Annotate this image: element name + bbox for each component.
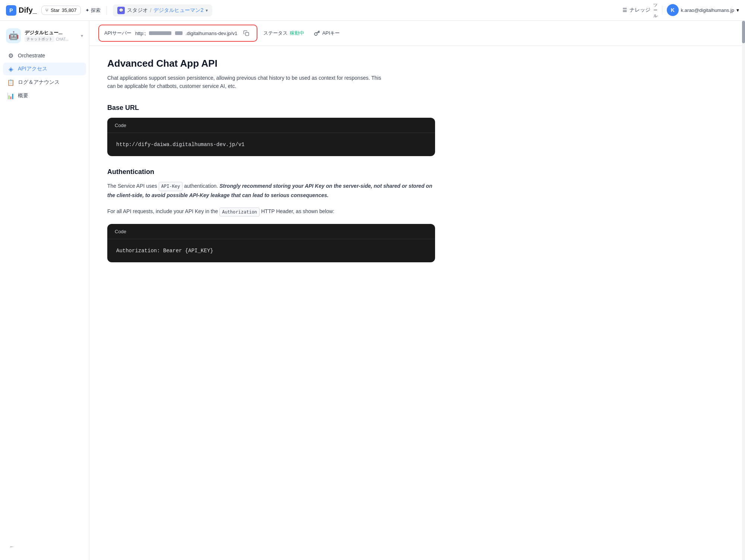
auth-desc-part2: authentication. [184,183,219,189]
sidebar: 🤖 デジタルヒュー... チャットボット CHAT... ▾ ⚙ Orchest… [0,21,89,560]
base-url-section-title: Base URL [107,104,727,112]
sidebar-chevron-icon: ▾ [81,33,83,38]
app-type-badge: チャットボット [25,36,54,42]
authorization-badge: Authorization [219,208,260,216]
api-server-url-prefix: http:; [135,31,146,36]
api-server-url: http:; .digitalhumans-dev.jp/v1 [135,31,237,36]
base-url-code-block: Code http://dify-daiwa.digitalhumans-dev… [107,118,435,156]
scroll-thumb[interactable] [742,21,745,43]
github-star-button[interactable]: ⑂ Star 35,807 [41,6,81,15]
api-server-box: APIサーバー http:; .digitalhumans-dev.jp/v1 [98,25,257,42]
auth-desc-part1: The Service API uses [107,183,159,189]
api-key-label: APIキー [322,30,340,37]
auth-description-2: For all API requests, include your API K… [107,207,435,216]
sidebar-navigation: ⚙ Orchestrate ◈ APIアクセス 📋 ログ＆アナウンス 📊 概要 [0,48,89,104]
knowledge-icon: ☰ [622,7,627,13]
api-key-badge: API-Key [159,182,183,191]
sidebar-item-orchestrate[interactable]: ⚙ Orchestrate [3,49,86,62]
api-server-url-suffix: .digitalhumans-dev.jp/v1 [186,31,237,36]
explore-icon: ✦ [85,7,89,13]
top-navigation: P Dify_ ⑂ Star 35,807 ✦ 探索 💬 スタジオ / デジタル… [0,0,745,21]
nav-divider-right [662,6,662,15]
main-layout: 🤖 デジタルヒュー... チャットボット CHAT... ▾ ⚙ Orchest… [0,21,745,560]
base-url-code: http://dify-daiwa.digitalhumans-dev.jp/v… [116,142,244,148]
sidebar-app-header[interactable]: 🤖 デジタルヒュー... チャットボット CHAT... ▾ [0,25,89,48]
auth-code-block: Code Authorization: Bearer {API_KEY} [107,224,435,262]
auth-desc2-part1: For all API requests, include your API K… [107,208,219,214]
tools-label3: ル [653,13,657,18]
app-logo[interactable]: P Dify_ [6,5,37,16]
chevron-down-icon: ▾ [206,8,208,13]
sidebar-item-overview[interactable]: 📊 概要 [3,89,86,102]
code-block-body-auth: Authorization: Bearer {API_KEY} [107,239,435,262]
tools-label2: ー [653,7,657,13]
auth-desc2-part2: HTTP Header, as shown below: [261,208,335,214]
page-title: Advanced Chat App API [107,58,727,69]
tools-link[interactable]: ツ ー ル [653,2,657,18]
overview-icon: 📊 [7,92,14,99]
knowledge-label: ナレッジ [630,7,650,13]
api-server-redacted-1 [149,31,171,35]
studio-label: スタジオ [127,7,148,14]
sidebar-app-info: デジタルヒュー... チャットボット CHAT... [25,29,77,42]
scrollbar[interactable] [742,21,745,560]
content-area: Advanced Chat App API Chat applications … [89,46,745,560]
user-menu[interactable]: K k.arao@digitalhumans.jp ▾ [667,4,739,16]
user-chevron-icon: ▾ [736,7,739,13]
sidebar-item-orchestrate-label: Orchestrate [18,53,45,58]
status-label: ステータス [263,30,288,37]
sidebar-footer: ← [0,538,89,556]
main-content: APIサーバー http:; .digitalhumans-dev.jp/v1 … [89,21,745,560]
copy-button[interactable] [241,28,251,38]
sidebar-app-name: デジタルヒュー... [25,29,77,36]
explore-button[interactable]: ✦ 探索 [85,7,101,14]
auth-description: The Service API uses API-Key authenticat… [107,182,435,200]
orchestrate-icon: ⚙ [7,52,14,59]
breadcrumb-nav[interactable]: 💬 スタジオ / デジタルヒューマン2 ▾ [113,4,213,16]
collapse-icon: ← [9,544,15,550]
nav-right-section: ☰ ナレッジ ツ ー ル K k.arao@digitalhumans.jp ▾ [622,2,739,18]
sidebar-item-logs[interactable]: 📋 ログ＆アナウンス [3,76,86,89]
code-label-base: Code [115,123,126,128]
nav-divider [107,6,107,15]
logo-icon: P [6,5,16,16]
username: k.arao@digitalhumans.jp [681,7,734,13]
knowledge-link[interactable]: ☰ ナレッジ [622,7,650,13]
auth-code: Authorization: Bearer {API_KEY} [116,248,213,254]
sidebar-item-api-access[interactable]: ◈ APIアクセス [3,63,86,75]
sidebar-item-api-access-label: APIアクセス [18,66,47,72]
code-block-body-base: http://dify-daiwa.digitalhumans-dev.jp/v… [107,133,435,156]
breadcrumb-separator: / [150,7,152,13]
sub-header: APIサーバー http:; .digitalhumans-dev.jp/v1 … [89,21,745,46]
svg-rect-0 [245,32,249,36]
api-server-label: APIサーバー [104,30,131,37]
current-app-name: デジタルヒューマン2 [153,7,203,14]
sidebar-app-meta: チャットボット CHAT... [25,36,77,42]
app-chat-label: CHAT... [56,37,69,41]
api-server-redacted-2 [175,31,183,35]
sidebar-app-icon: 🤖 [6,28,21,43]
sidebar-item-overview-label: 概要 [18,92,28,99]
github-icon: ⑂ [45,7,48,13]
avatar: K [667,4,679,16]
github-star-count: 35,807 [62,7,77,13]
code-block-header-base: Code [107,118,435,133]
explore-label: 探索 [91,7,101,14]
logs-icon: 📋 [7,79,14,86]
code-block-header-auth: Code [107,224,435,239]
github-star-label: Star [51,7,60,13]
page-description: Chat applications support session persis… [107,74,390,91]
tools-label: ツ [653,2,657,7]
api-access-icon: ◈ [7,66,14,72]
api-key-button[interactable]: APIキー [310,28,343,39]
auth-section-title: Authentication [107,168,727,176]
status-badge[interactable]: 稼動中 [290,30,304,37]
app-name: Dify_ [19,6,37,15]
code-label-auth: Code [115,229,126,234]
app-type-icon: 💬 [117,7,125,14]
sidebar-collapse-button[interactable]: ← [6,541,18,553]
sidebar-item-logs-label: ログ＆アナウンス [18,79,60,86]
status-section: ステータス 稼動中 [263,30,304,37]
